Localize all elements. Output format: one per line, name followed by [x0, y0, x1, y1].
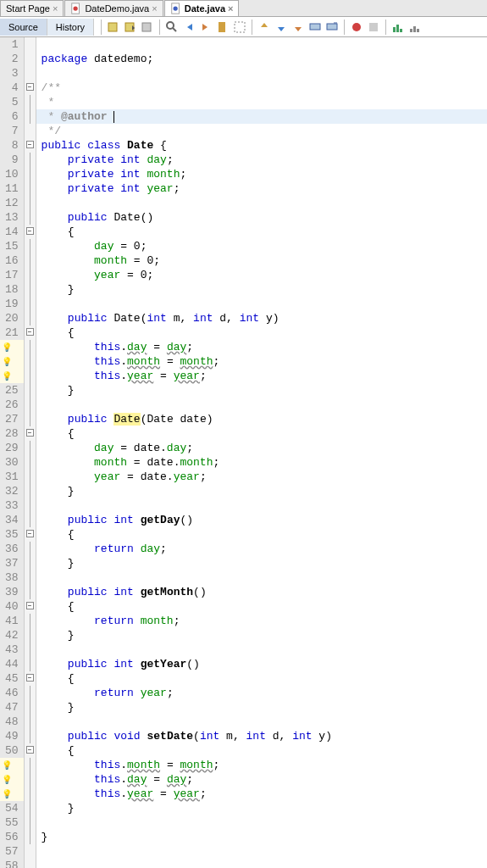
- nav-fwd-icon[interactable]: [124, 20, 137, 34]
- line-number[interactable]: 25: [0, 383, 24, 398]
- code-line[interactable]: month = 0;: [36, 253, 487, 268]
- line-number[interactable]: 36: [0, 542, 24, 556]
- line-number[interactable]: 34: [0, 513, 24, 527]
- line-gutter[interactable]: 1234567891011121314151617181920212526272…: [0, 37, 25, 868]
- tab-startpage[interactable]: Start Page×: [0, 0, 64, 16]
- find-icon[interactable]: [165, 20, 179, 34]
- line-number[interactable]: 38: [0, 570, 24, 585]
- code-line[interactable]: }: [36, 801, 487, 815]
- code-line[interactable]: }: [36, 700, 487, 715]
- line-number[interactable]: [0, 369, 24, 383]
- line-number[interactable]: 3: [0, 66, 24, 81]
- line-number[interactable]: 58: [0, 859, 24, 868]
- subtab-history[interactable]: History: [47, 19, 94, 36]
- prev-icon[interactable]: [182, 20, 196, 34]
- code-line[interactable]: year = date.year;: [36, 470, 487, 484]
- code-line[interactable]: {: [36, 527, 487, 542]
- line-number[interactable]: 14: [0, 225, 24, 239]
- comment-icon[interactable]: [308, 20, 322, 34]
- fold-toggle-icon[interactable]: −: [26, 83, 34, 91]
- line-number[interactable]: 17: [0, 268, 24, 282]
- line-number[interactable]: 30: [0, 455, 24, 470]
- line-number[interactable]: 20: [0, 311, 24, 326]
- code-line[interactable]: month = date.month;: [36, 455, 487, 470]
- code-line[interactable]: this.year = year;: [36, 787, 487, 801]
- close-icon[interactable]: ×: [152, 3, 157, 14]
- line-number[interactable]: 8: [0, 138, 24, 153]
- code-line[interactable]: public void setDate(int m, int d, int y): [36, 729, 487, 743]
- line-number[interactable]: 27: [0, 412, 24, 426]
- code-line[interactable]: * @author: [36, 109, 487, 124]
- line-number[interactable]: 5: [0, 95, 24, 109]
- code-line[interactable]: public int getYear(): [36, 657, 487, 671]
- line-number[interactable]: 56: [0, 830, 24, 844]
- fold-toggle-icon[interactable]: −: [26, 429, 34, 437]
- close-icon[interactable]: ×: [53, 3, 58, 14]
- close-icon[interactable]: ×: [228, 3, 233, 14]
- fold-toggle-icon[interactable]: −: [26, 674, 34, 682]
- code-line[interactable]: public Date(): [36, 210, 487, 225]
- line-number[interactable]: 40: [0, 599, 24, 614]
- next-icon[interactable]: [199, 20, 213, 34]
- line-number[interactable]: 16: [0, 253, 24, 268]
- code-line[interactable]: {: [36, 671, 487, 686]
- fold-toggle-icon[interactable]: −: [26, 530, 34, 537]
- code-line[interactable]: [36, 196, 487, 210]
- code-line[interactable]: [36, 498, 487, 513]
- line-number[interactable]: 39: [0, 585, 24, 599]
- code-line[interactable]: return month;: [36, 614, 487, 628]
- code-line[interactable]: [36, 297, 487, 311]
- line-number[interactable]: 29: [0, 441, 24, 455]
- line-number[interactable]: 50: [0, 743, 24, 758]
- code-line[interactable]: public int getDay(): [36, 513, 487, 527]
- code-line[interactable]: }: [36, 830, 487, 844]
- line-number[interactable]: 42: [0, 628, 24, 643]
- line-number[interactable]: [0, 354, 24, 369]
- code-line[interactable]: [36, 398, 487, 412]
- code-line[interactable]: }: [36, 484, 487, 498]
- line-number[interactable]: [0, 758, 24, 772]
- line-number[interactable]: 7: [0, 124, 24, 138]
- bars-icon[interactable]: [408, 20, 422, 34]
- code-line[interactable]: {: [36, 326, 487, 340]
- stop-icon[interactable]: [367, 20, 380, 34]
- line-number[interactable]: 55: [0, 815, 24, 830]
- code-line[interactable]: this.day = day;: [36, 772, 487, 787]
- code-line[interactable]: {: [36, 599, 487, 614]
- code-line[interactable]: package datedemo;: [36, 52, 487, 66]
- code-line[interactable]: return year;: [36, 686, 487, 700]
- code-line[interactable]: [36, 844, 487, 859]
- line-number[interactable]: 54: [0, 801, 24, 815]
- nav-back-icon[interactable]: [107, 20, 120, 34]
- code-line[interactable]: day = 0;: [36, 239, 487, 253]
- code-line[interactable]: private int year;: [36, 181, 487, 196]
- line-number[interactable]: 48: [0, 715, 24, 729]
- code-line[interactable]: }: [36, 628, 487, 643]
- code-line[interactable]: this.month = month;: [36, 354, 487, 369]
- tab-date[interactable]: Date.java×: [164, 0, 240, 16]
- code-line[interactable]: [36, 815, 487, 830]
- code-line[interactable]: {: [36, 225, 487, 239]
- code-line[interactable]: {: [36, 743, 487, 758]
- line-number[interactable]: 44: [0, 657, 24, 671]
- code-line[interactable]: }: [36, 556, 487, 570]
- line-number[interactable]: 9: [0, 153, 24, 167]
- line-number[interactable]: 33: [0, 498, 24, 513]
- line-number[interactable]: 2: [0, 52, 24, 66]
- code-line[interactable]: this.month = month;: [36, 758, 487, 772]
- code-line[interactable]: this.year = year;: [36, 369, 487, 383]
- record-icon[interactable]: [350, 20, 363, 34]
- code-line[interactable]: public Date(Date date): [36, 412, 487, 426]
- code-line[interactable]: private int day;: [36, 153, 487, 167]
- line-number[interactable]: 11: [0, 181, 24, 196]
- line-number[interactable]: [0, 772, 24, 787]
- code-line[interactable]: public Date(int m, int d, int y): [36, 311, 487, 326]
- code-line[interactable]: }: [36, 282, 487, 297]
- fold-toggle-icon[interactable]: −: [26, 227, 34, 235]
- code-line[interactable]: this.day = day;: [36, 340, 487, 354]
- line-number[interactable]: 49: [0, 729, 24, 743]
- line-number[interactable]: 19: [0, 297, 24, 311]
- code-line[interactable]: {: [36, 426, 487, 441]
- line-number[interactable]: 13: [0, 210, 24, 225]
- line-number[interactable]: 4: [0, 81, 24, 95]
